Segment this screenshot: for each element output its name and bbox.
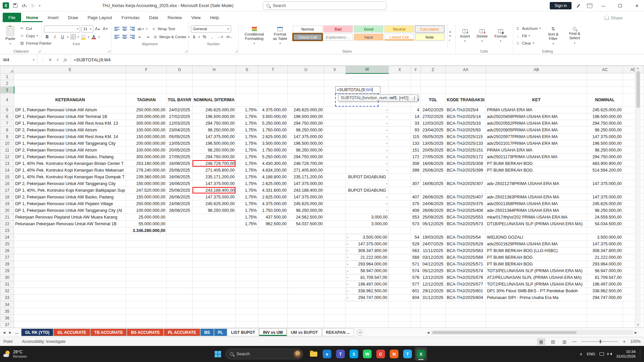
cell-Y8[interactable]: 93 — [411, 127, 420, 133]
taskbar-icon-microsoft-store[interactable]: S — [348, 347, 360, 361]
delete-cells-button[interactable]: × Delete▾ — [474, 23, 490, 48]
decrease-indent-icon[interactable]: ⇤ — [137, 34, 143, 40]
cell-U9[interactable]: 147.375.000,00 — [288, 133, 324, 140]
cell-U2[interactable] — [288, 80, 324, 87]
cell-AC31[interactable]: 196.497.000,00 — [587, 281, 623, 288]
cell-T16[interactable]: 2.625.000,00 — [258, 180, 288, 187]
cell-H28[interactable] — [193, 261, 236, 267]
cell-AB19[interactable]: adv25021358PRIMA USAHA ERA MA — [486, 200, 587, 207]
cell-AD17[interactable] — [623, 187, 644, 194]
cell-AA36[interactable] — [445, 315, 486, 321]
cell-S29[interactable] — [236, 267, 258, 274]
cell-Z2[interactable] — [420, 80, 445, 87]
cell-AB6[interactable]: adv25020408PRIMA USAHA ERA MA — [486, 113, 587, 120]
row-header-7[interactable]: 7 — [0, 120, 14, 127]
cell-G26[interactable] — [166, 247, 192, 254]
cell-AA14[interactable]: BCA-THJ/2025/399 — [445, 167, 486, 174]
cell-G21[interactable] — [166, 214, 192, 221]
cell-U30[interactable] — [288, 274, 324, 281]
cell-G24[interactable] — [166, 234, 192, 241]
cell-AA7[interactable]: BCA-THJ/2025/33 — [445, 120, 486, 127]
cell-Z18[interactable]: 26/06/2025 — [420, 194, 445, 200]
cell-W10[interactable]: - — [345, 140, 389, 147]
cell-T12[interactable]: 5.250.000,00 — [258, 154, 288, 160]
cell-S8[interactable]: 1,75% — [236, 127, 258, 133]
cell-W23[interactable] — [345, 227, 389, 234]
cell-V13[interactable] — [324, 160, 346, 167]
ribbon-tab-insert[interactable]: Insert — [43, 13, 63, 22]
cell-AB31[interactable]: TOT2/PELUNASAN SLP (PRIMA USAHA ERA MA) — [486, 281, 587, 288]
cell-W5[interactable]: - — [345, 107, 389, 113]
cell-U11[interactable]: 98.250.000,00 — [288, 147, 324, 154]
cell-AA17[interactable] — [445, 187, 486, 194]
sort-filter-button[interactable]: ⇅ Sort & Filter▾ — [543, 23, 564, 48]
cell-AC9[interactable]: 147.375.000,00 — [587, 133, 623, 140]
cell-AA18[interactable]: BCA-THJ/2025/407 — [445, 194, 486, 200]
restore-button[interactable] — [614, 0, 626, 11]
pen-icon[interactable] — [577, 3, 582, 8]
cell-G3[interactable] — [166, 87, 192, 94]
cell-AD11[interactable] — [623, 147, 644, 154]
title-search-box[interactable]: Search — [263, 1, 386, 10]
row-header-16[interactable]: 16 — [0, 180, 14, 187]
cell-E15[interactable]: DP 1, 40% Pek. Kontruksi Kopi Kenangan R… — [14, 174, 126, 180]
cancel-icon[interactable]: ✕ — [48, 57, 52, 62]
cell-AD1[interactable] — [623, 73, 644, 80]
cell-Z14[interactable]: 25/06/2025 — [420, 167, 445, 174]
cell-F31[interactable] — [126, 281, 167, 288]
cell-AD26[interactable] — [623, 247, 644, 254]
cell-AD3[interactable] — [623, 87, 644, 94]
wrap-text-button[interactable]: ≡Wrap Text — [152, 26, 175, 32]
cell-AA21[interactable]: BCA-THJ/2025/553 — [445, 214, 486, 221]
cell-style-linked-cell[interactable]: Linked Cell — [384, 34, 414, 41]
cell-T32[interactable] — [258, 288, 288, 294]
decrease-font-icon[interactable]: A▼ — [102, 26, 109, 32]
cell-G6[interactable]: 27/02/2025 — [166, 113, 192, 120]
cell-W20[interactable]: - — [345, 207, 389, 214]
cell-AA5[interactable]: BCA-THJ/2025/4 — [445, 107, 486, 113]
cell-U19[interactable]: 245.625.000,00 — [288, 200, 324, 207]
cell-AA8[interactable]: BCA-THJ/2025/93 — [445, 127, 486, 133]
ribbon-tab-help[interactable]: Help — [206, 13, 223, 22]
column-header-X[interactable]: X — [389, 66, 411, 73]
cell-E34[interactable] — [14, 301, 126, 308]
cell-U33[interactable] — [288, 294, 324, 301]
cell-G13[interactable]: 16/06/2025 — [166, 160, 192, 167]
cell-style-good[interactable]: Good — [354, 25, 383, 33]
autosum-button[interactable]: ΣAutoSum▾ — [516, 25, 541, 32]
row-header-30[interactable]: 30 — [0, 274, 14, 281]
cell-H36[interactable] — [193, 315, 236, 321]
cell-Z27[interactable]: 03/12/2025 — [420, 254, 445, 261]
cell-H33[interactable] — [193, 294, 236, 301]
select-all-corner[interactable] — [0, 66, 14, 73]
row-header-13[interactable]: 13 — [0, 160, 14, 167]
conditional-formatting-button[interactable]: Conditional Formatting▾ — [241, 23, 267, 48]
cell-Y16[interactable]: 307 — [411, 180, 420, 187]
cell-AC18[interactable]: 147.375.000,00 — [587, 194, 623, 200]
cell-F29[interactable] — [126, 267, 167, 274]
notification-icon[interactable] — [640, 349, 641, 359]
cell-Y28[interactable]: 571 — [411, 261, 420, 267]
cell-AA22[interactable]: BCA-THJ/2025/573 — [445, 221, 486, 227]
cell-AB25[interactable]: adv25021629PRIMA USAHA ERA MA — [486, 241, 587, 247]
sheet-tab-gl-accurate[interactable]: GL ACCURATE — [53, 328, 90, 336]
cell-H4[interactable]: NOMINAL DITERIMA — [193, 94, 236, 107]
row-header-15[interactable]: 15 — [0, 174, 14, 180]
cell-U3[interactable] — [288, 87, 324, 94]
new-sheet-button[interactable]: + — [357, 329, 363, 336]
cell-AB27[interactable]: PT BUMI BERKAH BOG — [486, 254, 587, 261]
center-icon[interactable] — [121, 34, 128, 40]
row-header-31[interactable]: 31 — [0, 281, 14, 288]
cell-AB3[interactable] — [486, 87, 587, 94]
cell-AD30[interactable] — [623, 274, 644, 281]
cell-T10[interactable]: 3.500.000,00 — [258, 140, 288, 147]
cell-Y20[interactable]: 408 — [411, 207, 420, 214]
cell-X28[interactable] — [389, 261, 411, 267]
column-header-Y[interactable]: Y — [411, 66, 420, 73]
cell-AA19[interactable]: BCA-THJ/2025/375 — [445, 200, 486, 207]
cell-E19[interactable]: DP 1, Pekerjaan Renovasi Untuk AW Pejate… — [14, 200, 126, 207]
cell-E4[interactable]: KETERANGAN — [14, 94, 126, 107]
cell-AD8[interactable] — [623, 127, 644, 133]
cell-Y31[interactable]: 577 — [411, 281, 420, 288]
cell-X22[interactable] — [389, 221, 411, 227]
